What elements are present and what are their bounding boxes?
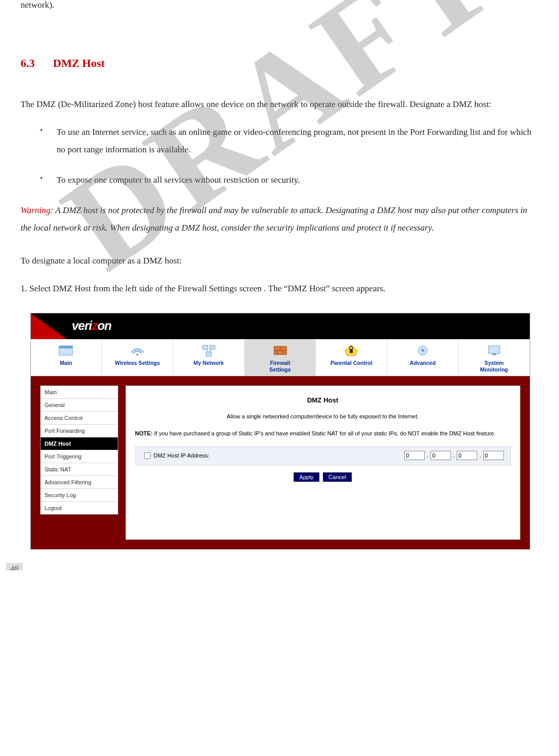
list-item: To use an Internet service, such as an o…: [21, 124, 538, 159]
bullet-list: To use an Internet service, such as an o…: [21, 124, 538, 189]
main-icon: [58, 343, 74, 358]
nav-label: System Monitoring: [461, 360, 528, 373]
sidebar: Main General Access Control Port Forward…: [40, 385, 118, 515]
sidebar-item-security-log[interactable]: Security Log: [41, 489, 118, 502]
nav-main[interactable]: Main: [31, 339, 102, 376]
list-item: To expose one computer to all services w…: [21, 171, 538, 189]
nav-system-monitoring[interactable]: System Monitoring: [459, 339, 530, 376]
sidebar-item-port-forwarding[interactable]: Port Forwarding: [41, 425, 118, 437]
page-number: 48: [6, 563, 23, 570]
sidebar-item-advanced-filtering[interactable]: Advanced Filtering: [41, 476, 118, 489]
wireless-icon: [129, 343, 146, 358]
section-heading: 6.3 DMZ Host: [21, 57, 538, 70]
warning-paragraph: Warning: A DMZ host is not protected by …: [21, 202, 538, 237]
svg-text:+: +: [421, 347, 424, 354]
lead-in-text: To designate a local computer as a DMZ h…: [21, 252, 538, 270]
nav-label: Wireless Settings: [104, 360, 171, 366]
ip-octet-3[interactable]: [457, 451, 477, 460]
svg-rect-1: [59, 346, 73, 348]
verizon-logo: verizon: [72, 319, 112, 333]
warning-text: A DMZ host is not protected by the firew…: [21, 205, 527, 233]
ip-octet-2[interactable]: [430, 451, 451, 460]
sidebar-item-port-triggering[interactable]: Port Triggering: [41, 450, 118, 463]
warning-label: Warning:: [21, 205, 53, 215]
sidebar-item-dmz-host[interactable]: DMZ Host: [41, 437, 118, 450]
sidebar-item-static-nat[interactable]: Static NAT: [41, 463, 118, 476]
svg-rect-4: [210, 345, 215, 349]
nav-wireless[interactable]: Wireless Settings: [102, 339, 173, 376]
svg-rect-5: [206, 352, 211, 356]
sidebar-item-general[interactable]: General: [41, 399, 118, 412]
nav-firewall[interactable]: Firewall Settings: [245, 339, 316, 376]
nav-label: My Network: [175, 360, 242, 366]
ip-row: DMZ Host IP Address: . . .: [135, 446, 511, 465]
dmz-enable-checkbox[interactable]: [144, 452, 151, 459]
sidebar-item-access-control[interactable]: Access Control: [41, 412, 118, 425]
ip-label: DMZ Host IP Address:: [154, 452, 405, 459]
dot: .: [479, 452, 481, 459]
section-title: DMZ Host: [53, 57, 105, 69]
router-ui-screenshot: verizon Main Wireless Settings My Networ…: [30, 313, 530, 550]
apply-button[interactable]: Apply: [294, 472, 319, 482]
firewall-icon: [272, 343, 288, 358]
panel-note: NOTE: If you have purchased a group of S…: [135, 430, 511, 437]
parental-icon: [343, 343, 359, 358]
nav-label: Parental Control: [318, 360, 385, 366]
nav-parental[interactable]: Parental Control: [316, 339, 387, 376]
nav-label: Firewall Settings: [247, 360, 314, 373]
ui-header: verizon: [31, 313, 530, 339]
button-row: Apply Cancel: [135, 472, 511, 482]
sidebar-item-main[interactable]: Main: [41, 386, 118, 399]
svg-rect-18: [492, 354, 496, 355]
ui-body: Main General Access Control Port Forward…: [31, 376, 530, 549]
intro-paragraph: The DMZ (De-Militarized Zone) host featu…: [21, 96, 538, 113]
dot: .: [427, 452, 428, 459]
dot: .: [453, 452, 455, 459]
panel-subtitle: Allow a single networked computer/device…: [135, 413, 511, 419]
fragment-text: network).: [21, 0, 538, 10]
network-icon: [201, 343, 217, 358]
note-bold: NOTE:: [135, 430, 153, 436]
svg-point-2: [136, 354, 138, 356]
ip-octet-4[interactable]: [483, 451, 504, 460]
content-panel: DMZ Host Allow a single networked comput…: [125, 385, 520, 540]
nav-label: Main: [33, 360, 100, 366]
sidebar-item-logout[interactable]: Logout: [41, 502, 118, 514]
ip-octet-1[interactable]: [404, 451, 425, 460]
svg-rect-3: [203, 345, 208, 349]
svg-line-6: [205, 349, 209, 352]
verizon-v-icon: [31, 313, 67, 339]
ip-octets: . . .: [404, 451, 503, 460]
monitor-icon: [486, 343, 502, 358]
nav-my-network[interactable]: My Network: [173, 339, 245, 376]
nav-advanced[interactable]: + Advanced: [387, 339, 459, 376]
section-number: 6.3: [21, 57, 35, 69]
cancel-button[interactable]: Cancel: [323, 472, 352, 482]
step-1: 1. Select DMZ Host from the left side of…: [21, 280, 538, 297]
nav-label: Advanced: [389, 360, 456, 366]
svg-rect-14: [350, 349, 353, 353]
top-nav: Main Wireless Settings My Network Firewa…: [31, 339, 530, 376]
note-text: If you have purchased a group of Static …: [153, 430, 496, 436]
svg-rect-17: [489, 346, 500, 354]
advanced-icon: +: [414, 343, 431, 358]
svg-line-7: [209, 349, 212, 352]
panel-title: DMZ Host: [135, 396, 511, 404]
